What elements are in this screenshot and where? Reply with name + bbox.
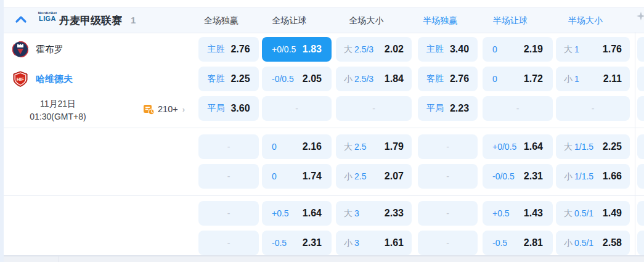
odds-cell[interactable]: 大2.5/32.02 <box>336 37 412 62</box>
odds-cell-clipped <box>637 37 644 62</box>
odds-cell[interactable]: 客胜2.25 <box>198 67 259 91</box>
odds-cell[interactable]: 小0.5/12.58 <box>556 231 630 255</box>
odds-cell[interactable]: 小31.61 <box>336 231 412 255</box>
markets-doc-clock-icon <box>143 104 155 115</box>
home-team-name[interactable]: 霍布罗 <box>36 44 63 55</box>
odds-cell-empty: - <box>336 96 412 121</box>
pin-icon[interactable] <box>636 11 644 23</box>
away-team-name[interactable]: 哈维德夫 <box>36 73 73 85</box>
next-row-partial <box>4 256 644 262</box>
odds-cell[interactable]: 02.19 <box>483 37 553 62</box>
column-header-3: 全场大小 <box>328 15 404 26</box>
odds-cell[interactable]: 大1/1.52.25 <box>556 134 630 159</box>
match-date: 11月21日 <box>11 97 105 110</box>
odds-cell[interactable]: 小2.5/31.84 <box>336 67 412 91</box>
column-header-2: 全场让球 <box>255 15 324 26</box>
odds-cell[interactable]: 大32.33 <box>336 201 412 226</box>
odds-cell[interactable]: -0/0.52.31 <box>483 164 553 189</box>
odds-cell-empty: - <box>198 134 259 159</box>
odds-cell-empty: - <box>418 201 478 226</box>
collapse-chevron-up-icon[interactable] <box>15 15 27 25</box>
odds-cell-clipped <box>637 96 644 121</box>
odds-cell-empty: - <box>556 96 630 121</box>
odds-cell-clipped <box>637 67 644 91</box>
odds-cell-empty: - <box>418 164 478 189</box>
chevron-right-icon: › <box>182 105 185 114</box>
block-divider <box>4 128 644 128</box>
odds-page: { "header": { "logo_line1": "NordicBet",… <box>0 0 644 262</box>
column-header-1: 全场独赢 <box>191 15 251 26</box>
svg-text:HIF: HIF <box>17 76 25 82</box>
odds-cell[interactable]: 01.74 <box>262 164 332 189</box>
odds-cell-selected[interactable]: +0/0.51.83 <box>262 37 332 62</box>
odds-cell[interactable]: -0.52.81 <box>483 231 553 255</box>
odds-cell[interactable]: 小2.52.07 <box>336 164 412 189</box>
odds-cell-clipped <box>637 201 644 226</box>
markets-count: 210+ <box>158 104 178 114</box>
league-logo: NordicBet LIGA <box>37 11 58 22</box>
away-team-crest-icon: HIF <box>12 71 28 87</box>
odds-cell[interactable]: 平局2.23 <box>418 96 478 121</box>
odds-cell-clipped <box>637 134 644 159</box>
odds-cell[interactable]: 平局3.60 <box>198 96 259 121</box>
odds-cell-clipped <box>637 231 644 255</box>
match-count: 1 <box>131 15 136 25</box>
home-team-row: 霍布罗 <box>12 37 63 62</box>
odds-cell[interactable]: 01.72 <box>483 67 553 91</box>
odds-cell-empty: - <box>418 231 478 255</box>
odds-cell-empty: - <box>418 134 478 159</box>
scroll-column-divider <box>635 32 635 255</box>
odds-cell-empty: - <box>198 201 259 226</box>
league-logo-bottom: LIGA <box>37 15 58 22</box>
column-header-6: 半场大小 <box>548 15 622 26</box>
odds-cell-empty: - <box>262 96 332 121</box>
odds-cell[interactable]: 大2.51.79 <box>336 134 412 159</box>
odds-cell[interactable]: 客胜2.76 <box>418 67 478 91</box>
odds-cell[interactable]: 主胜2.76 <box>198 37 259 62</box>
odds-cell[interactable]: +0.51.43 <box>483 201 553 226</box>
odds-cell[interactable]: 主胜3.40 <box>418 37 478 62</box>
odds-cell[interactable]: 小12.11 <box>556 67 630 91</box>
odds-cell-empty: - <box>198 164 259 189</box>
away-team-row: HIF 哈维德夫 <box>12 67 73 91</box>
odds-cell-empty: - <box>198 231 259 255</box>
block-divider <box>4 195 644 196</box>
column-header-5: 半场让球 <box>475 15 545 26</box>
odds-cell-empty: - <box>483 96 553 121</box>
league-title: 丹麦甲级联赛 <box>59 14 122 28</box>
column-header-4: 半场独赢 <box>410 15 470 26</box>
odds-cell[interactable]: +0.51.64 <box>262 201 332 226</box>
odds-cell[interactable]: 大11.76 <box>556 37 630 62</box>
home-team-crest-icon <box>12 41 28 57</box>
odds-cell[interactable]: -0/0.52.05 <box>262 67 332 91</box>
odds-cell-clipped <box>637 164 644 189</box>
odds-cell[interactable]: 小1/1.51.66 <box>556 164 630 189</box>
match-time: 01:30(GMT+8) <box>11 110 105 123</box>
match-datetime: 11月21日 01:30(GMT+8) <box>11 97 105 123</box>
more-markets-link[interactable]: 210+ › <box>143 102 185 116</box>
odds-cell[interactable]: -0.52.31 <box>262 231 332 255</box>
odds-cell[interactable]: +0/0.51.64 <box>483 134 553 159</box>
odds-cell[interactable]: 大0.5/11.49 <box>556 201 630 226</box>
odds-cell[interactable]: 02.16 <box>262 134 332 159</box>
